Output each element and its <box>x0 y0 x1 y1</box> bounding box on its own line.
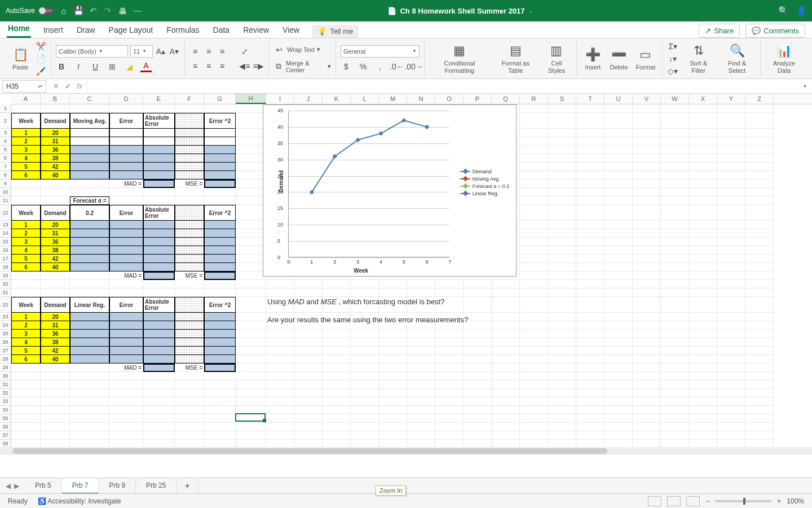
cell[interactable] <box>236 380 266 389</box>
cell[interactable]: Absolute Error <box>143 113 175 129</box>
cell[interactable] <box>175 238 204 246</box>
cell[interactable] <box>689 372 717 380</box>
cell[interactable] <box>70 347 109 355</box>
cell[interactable] <box>236 255 266 263</box>
cell[interactable] <box>175 355 204 364</box>
cell[interactable] <box>236 137 266 146</box>
cell[interactable] <box>351 372 379 380</box>
add-sheet-button[interactable]: + <box>176 480 198 492</box>
cell[interactable] <box>548 263 576 271</box>
cell[interactable] <box>633 330 661 338</box>
cell[interactable] <box>236 104 266 113</box>
cell[interactable] <box>294 380 323 389</box>
cell[interactable] <box>633 338 661 347</box>
cell[interactable] <box>435 389 464 397</box>
cell[interactable] <box>175 163 204 171</box>
cell[interactable]: 20 <box>41 313 70 321</box>
cell[interactable] <box>576 113 604 129</box>
cell[interactable] <box>70 372 109 380</box>
cell[interactable] <box>661 246 689 255</box>
cut-icon[interactable]: ✂️ <box>35 41 46 52</box>
cell[interactable] <box>689 246 717 255</box>
cell[interactable] <box>492 372 520 380</box>
cell[interactable] <box>717 188 745 196</box>
cell[interactable] <box>576 163 604 171</box>
cell[interactable] <box>109 288 143 297</box>
cell[interactable] <box>576 263 604 271</box>
cell[interactable] <box>548 104 576 113</box>
cell[interactable] <box>717 104 745 113</box>
cell[interactable] <box>109 347 143 355</box>
comments-button[interactable]: 💬Comments <box>745 24 805 38</box>
cell[interactable] <box>143 229 175 238</box>
cell[interactable] <box>143 423 175 431</box>
undo-icon[interactable]: ↶ <box>88 6 98 16</box>
row-header[interactable]: 29 <box>0 364 11 372</box>
cell[interactable]: 20 <box>41 129 70 137</box>
cell[interactable] <box>407 330 435 338</box>
cell[interactable] <box>492 397 520 406</box>
cell[interactable] <box>41 271 70 280</box>
cell[interactable] <box>407 389 435 397</box>
tab-formulas[interactable]: Formulas <box>165 22 200 38</box>
cell[interactable] <box>633 406 661 414</box>
cell[interactable] <box>717 129 745 137</box>
cell[interactable] <box>661 171 689 179</box>
cell[interactable] <box>604 330 633 338</box>
cell[interactable] <box>143 163 175 171</box>
cell[interactable] <box>204 338 236 347</box>
cell[interactable] <box>143 263 175 271</box>
cell[interactable] <box>604 137 633 146</box>
col-header-T[interactable]: T <box>576 94 604 104</box>
cell[interactable] <box>11 389 41 397</box>
cell[interactable] <box>661 414 689 423</box>
cell[interactable] <box>548 221 576 229</box>
cell[interactable] <box>604 163 633 171</box>
insert-button[interactable]: ➕Insert <box>581 46 604 72</box>
cell[interactable] <box>520 364 548 372</box>
cell[interactable] <box>520 246 548 255</box>
cell[interactable] <box>204 188 236 196</box>
cell[interactable] <box>717 414 745 423</box>
redo-icon[interactable]: ↷ <box>103 6 113 16</box>
cell[interactable] <box>745 397 774 406</box>
cell[interactable] <box>70 104 109 113</box>
row-header[interactable]: 18 <box>0 263 11 271</box>
cell[interactable] <box>604 397 633 406</box>
cell[interactable] <box>661 372 689 380</box>
cell[interactable] <box>294 280 323 288</box>
cell[interactable] <box>407 414 435 423</box>
col-header-J[interactable]: J <box>294 94 323 104</box>
cell[interactable] <box>204 330 236 338</box>
tab-data[interactable]: Data <box>212 22 231 38</box>
cell[interactable] <box>204 255 236 263</box>
autosave-toggle[interactable]: AutoSave OFF <box>6 7 54 15</box>
cell[interactable] <box>70 154 109 163</box>
cell[interactable]: 38 <box>41 154 70 163</box>
cell[interactable] <box>41 280 70 288</box>
cell[interactable] <box>464 364 492 372</box>
cell[interactable] <box>236 196 266 205</box>
cell[interactable] <box>236 330 266 338</box>
cell[interactable] <box>661 238 689 246</box>
cell[interactable] <box>717 137 745 146</box>
conditional-formatting-button[interactable]: ▦Conditional Formatting <box>429 42 490 75</box>
cell[interactable] <box>70 146 109 154</box>
cell[interactable] <box>11 414 41 423</box>
cell[interactable] <box>520 196 548 205</box>
cell[interactable] <box>109 414 143 423</box>
cell[interactable] <box>175 246 204 255</box>
cell[interactable] <box>323 414 351 423</box>
cell[interactable] <box>633 154 661 163</box>
tab-insert[interactable]: Insert <box>42 22 64 38</box>
chevron-down-icon[interactable]: ⌄ <box>528 8 533 14</box>
cell[interactable] <box>633 423 661 431</box>
cell[interactable] <box>661 330 689 338</box>
cell[interactable] <box>294 338 323 347</box>
col-header-A[interactable]: A <box>11 94 41 104</box>
cell[interactable] <box>492 288 520 297</box>
cell[interactable] <box>70 423 109 431</box>
col-header-D[interactable]: D <box>109 94 143 104</box>
cell[interactable] <box>236 129 266 137</box>
cell[interactable] <box>70 246 109 255</box>
